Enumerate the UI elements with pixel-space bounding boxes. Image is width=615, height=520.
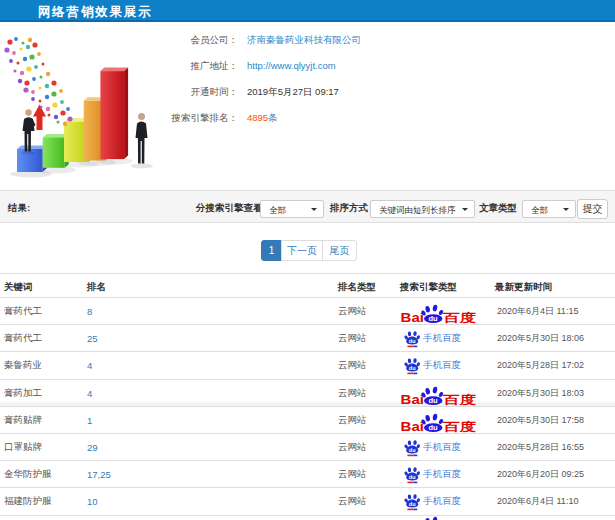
- svg-text:du: du: [408, 447, 415, 453]
- svg-text:du: du: [408, 474, 415, 480]
- svg-text:du: du: [428, 315, 438, 324]
- svg-text:百度: 百度: [442, 393, 476, 406]
- svg-text:Bai: Bai: [401, 392, 424, 406]
- svg-text:du: du: [408, 502, 415, 508]
- svg-text:du: du: [428, 424, 438, 433]
- svg-text:du: du: [408, 366, 415, 372]
- svg-text:Bai: Bai: [401, 420, 424, 434]
- svg-text:百度: 百度: [442, 420, 476, 433]
- svg-text:du: du: [428, 396, 438, 405]
- svg-text:du: du: [408, 338, 415, 344]
- svg-text:百度: 百度: [442, 312, 476, 325]
- svg-text:Bai: Bai: [401, 311, 424, 325]
